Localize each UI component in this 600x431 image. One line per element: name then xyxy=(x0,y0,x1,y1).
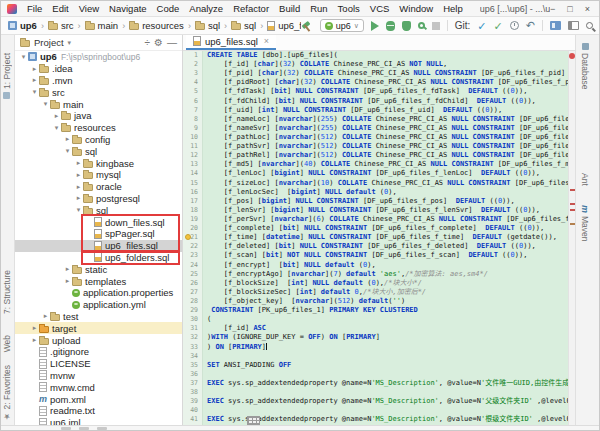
code-line-34[interactable] xyxy=(207,352,568,361)
stripe-tab-maven[interactable]: m Maven xyxy=(580,205,590,242)
code-line-21[interactable]: [f_time] [datetime] NULL CONSTRAINT [DF_… xyxy=(207,233,568,242)
code-line-29[interactable]: CONSTRAINT [PK_up6_files_1] PRIMARY KEY … xyxy=(207,306,568,315)
tree-item-spPager.sql[interactable]: spPager.sql xyxy=(15,228,182,240)
close-button[interactable]: × xyxy=(585,4,590,14)
tree-item-oracle[interactable]: ▸oracle xyxy=(15,181,182,193)
breadcrumb-item-sql[interactable]: sql xyxy=(194,20,221,31)
code-line-41[interactable]: EXEC sys.sp_addextendedproperty @name=N'… xyxy=(207,415,568,424)
code-line-35[interactable]: SET ANSI_PADDING OFF xyxy=(207,361,568,370)
stripe-tab-project[interactable]: 1: Project xyxy=(2,53,12,99)
tree-item-kingbase[interactable]: ▸kingbase xyxy=(15,157,182,169)
code-line-1[interactable]: CREATE TABLE [dbo].[up6_files]( xyxy=(207,51,568,60)
code-line-8[interactable]: [f_nameLoc] [nvarchar](255) COLLATE Chin… xyxy=(207,115,568,124)
tree-item-.idea[interactable]: ▸.idea xyxy=(15,63,182,75)
code-line-23[interactable]: [f_scan] [bit] NOT NULL CONSTRAINT [DF_u… xyxy=(207,251,568,260)
menu-run[interactable]: Run xyxy=(305,3,332,14)
stripe-tab-database[interactable]: Database xyxy=(580,43,590,89)
code-line-30[interactable]: ( xyxy=(207,315,568,324)
code-line-28[interactable]: [f_object_key] [nvarchar](512) default('… xyxy=(207,297,568,306)
chevron-open-icon[interactable]: ▾ xyxy=(52,124,61,132)
editor-tab-up6-files[interactable]: up6_files.sql × xyxy=(186,35,276,50)
stripe-tab-favorites[interactable]: ★ 2: Favorites xyxy=(2,365,12,421)
menu-analyze[interactable]: Analyze xyxy=(184,3,228,14)
chevron-closed-icon[interactable]: ▸ xyxy=(63,277,72,285)
profiler-button-icon[interactable] xyxy=(418,22,425,29)
stripe-tab-web[interactable]: Web xyxy=(2,335,12,352)
chevron-closed-icon[interactable]: ▸ xyxy=(30,65,39,73)
code-line-24[interactable]: [f_encrypt] [bit] NULL default (0), xyxy=(207,261,568,270)
breadcrumb-item-up6[interactable]: up6 xyxy=(7,20,38,31)
code-line-13[interactable]: [f_md5] [nvarchar](40) COLLATE Chinese_P… xyxy=(207,160,568,169)
code-line-5[interactable]: [f_fdTask] [bit] NULL CONSTRAINT [DF_up6… xyxy=(207,87,568,96)
code-line-10[interactable]: [f_pathLoc] [nvarchar](512) COLLATE Chin… xyxy=(207,133,568,142)
tree-item-up6_files.sql[interactable]: up6_files.sql xyxy=(15,240,182,252)
chevron-closed-icon[interactable]: ▸ xyxy=(30,324,39,332)
run-button-icon[interactable] xyxy=(371,21,379,31)
editor-body[interactable]: 1234567891011121314151617181920212223242… xyxy=(183,51,575,425)
chevron-open-icon[interactable]: ▾ xyxy=(74,206,83,214)
menu-help[interactable]: Help xyxy=(438,3,468,14)
code-line-6[interactable]: [f_fdChild] [bit] NULL CONSTRAINT [DF_up… xyxy=(207,97,568,106)
code-line-38[interactable] xyxy=(207,388,568,397)
chevron-open-icon[interactable]: ▾ xyxy=(41,100,50,108)
tree-item-sql[interactable]: ▾sql xyxy=(15,204,182,216)
menu-edit[interactable]: Edit xyxy=(47,3,73,14)
breadcrumb-item-src[interactable]: src xyxy=(47,20,75,31)
chevron-closed-icon[interactable]: ▸ xyxy=(63,135,72,143)
menu-refactor[interactable]: Refactor xyxy=(228,3,274,14)
chevron-closed-icon[interactable]: ▸ xyxy=(30,336,39,344)
menu-window[interactable]: Window xyxy=(394,3,438,14)
breadcrumb-item-resources[interactable]: resources xyxy=(128,20,185,31)
code-line-2[interactable]: [f_id] [char](32) COLLATE Chinese_PRC_CI… xyxy=(207,60,568,69)
tree-item-mvnw.cmd[interactable]: mvnw.cmd xyxy=(15,381,182,393)
project-window-icon[interactable] xyxy=(550,21,561,30)
tree-item-LICENSE[interactable]: LICENSE xyxy=(15,358,182,370)
code-line-12[interactable]: [f_pathRel] [nvarchar](512) COLLATE Chin… xyxy=(207,151,568,160)
menu-tools[interactable]: Tools xyxy=(333,3,365,14)
menu-navigate[interactable]: Navigate xyxy=(104,3,152,14)
chevron-open-icon[interactable]: ▾ xyxy=(30,88,39,96)
chevron-open-icon[interactable]: ▾ xyxy=(63,147,72,155)
chevron-open-icon[interactable]: ▾ xyxy=(19,53,28,61)
code-line-39[interactable]: EXEC sys.sp_addextendedproperty @name=N'… xyxy=(207,397,568,406)
breadcrumb-item-sql[interactable]: sql xyxy=(230,20,257,31)
code-line-25[interactable]: [f_encryptAgo] [nvarchar](7) default 'ae… xyxy=(207,270,568,279)
chevron-closed-icon[interactable]: ▸ xyxy=(30,76,39,84)
code-line-3[interactable]: [f_pid] [char](32) COLLATE Chinese_PRC_C… xyxy=(207,69,568,78)
code-line-20[interactable]: [f_complete] [bit] NULL CONSTRAINT [DF_u… xyxy=(207,224,568,233)
tree-item-resources[interactable]: ▾resources xyxy=(15,122,182,134)
chevron-closed-icon[interactable]: ▸ xyxy=(74,183,83,191)
chevron-closed-icon[interactable]: ▸ xyxy=(74,171,83,179)
search-everywhere-icon[interactable] xyxy=(586,22,593,29)
code-line-40[interactable] xyxy=(207,406,568,415)
code-line-7[interactable]: [f_uid] [int] NULL CONSTRAINT [DF_up6_fi… xyxy=(207,106,568,115)
tree-item-config[interactable]: ▸config xyxy=(15,134,182,146)
tree-item-upload[interactable]: ▸upload xyxy=(15,334,182,346)
code-line-27[interactable]: [f_blockSizeSec] [int] default 0,/*块大小,加… xyxy=(207,288,568,297)
tree-item-pom.xml[interactable]: mpom.xml xyxy=(15,393,182,405)
menu-code[interactable]: Code xyxy=(152,3,185,14)
tab-close-icon[interactable]: × xyxy=(264,36,269,46)
tree-item-down_files.sql[interactable]: down_files.sql xyxy=(15,216,182,228)
vcs-commit-icon[interactable]: ✓ xyxy=(494,21,503,31)
error-stripe-scrollbar[interactable] xyxy=(568,51,575,425)
stop-button-icon[interactable] xyxy=(432,22,440,30)
code-line-33[interactable]: ) ON [PRIMARY] xyxy=(207,343,568,352)
menu-vcs[interactable]: VCS xyxy=(365,3,395,14)
code-line-4[interactable]: [f_pidRoot] [char](32) COLLATE Chinese_P… xyxy=(207,78,568,87)
tree-item-application.properties[interactable]: application.properties xyxy=(15,287,182,299)
menu-file[interactable]: File xyxy=(22,3,47,14)
tree-item-up6_folders.sql[interactable]: up6_folders.sql xyxy=(15,252,182,264)
editor-code[interactable]: CREATE TABLE [dbo].[up6_files]( [f_id] [… xyxy=(203,51,568,425)
menu-view[interactable]: View xyxy=(74,3,104,14)
tree-item-mvnw[interactable]: mvnw xyxy=(15,370,182,382)
tree-item-mysql[interactable]: ▸mysql xyxy=(15,169,182,181)
minimize-button[interactable]: − xyxy=(550,4,555,14)
stripe-tab-ant[interactable]: Ant xyxy=(580,173,590,186)
tree-item-.mvn[interactable]: ▸.mvn xyxy=(15,75,182,87)
tree-item-templates[interactable]: ▸templates xyxy=(15,275,182,287)
tree-item-application.yml[interactable]: application.yml xyxy=(15,299,182,311)
tree-item-sql[interactable]: ▾sql xyxy=(15,145,182,157)
chevron-closed-icon[interactable]: ▸ xyxy=(74,194,83,202)
ime-keyboard-icon[interactable] xyxy=(247,416,260,425)
